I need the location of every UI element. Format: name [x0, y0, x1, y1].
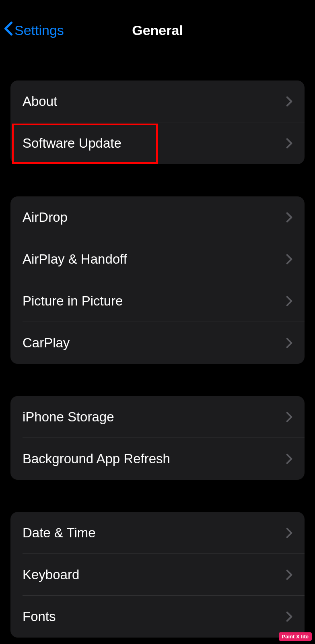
row-label: Picture in Picture [23, 293, 123, 309]
chevron-right-icon [286, 337, 292, 349]
row-date-time[interactable]: Date & Time [10, 512, 305, 554]
chevron-right-icon [286, 96, 292, 107]
settings-group: Date & TimeKeyboardFonts [10, 512, 305, 638]
back-button[interactable]: Settings [4, 21, 64, 39]
row-about[interactable]: About [10, 80, 305, 122]
row-label: Software Update [23, 136, 121, 151]
row-label: CarPlay [23, 335, 70, 351]
row-label: Background App Refresh [23, 451, 170, 466]
row-airdrop[interactable]: AirDrop [10, 196, 305, 238]
row-background-app-refresh[interactable]: Background App Refresh [10, 438, 305, 480]
row-label: About [23, 94, 57, 109]
chevron-right-icon [286, 453, 292, 464]
back-label: Settings [14, 23, 64, 38]
row-picture-in-picture[interactable]: Picture in Picture [10, 280, 305, 322]
row-label: Date & Time [23, 525, 96, 541]
row-label: Fonts [23, 609, 56, 624]
chevron-right-icon [286, 254, 292, 265]
navbar: Settings General [0, 12, 315, 48]
row-label: Keyboard [23, 567, 79, 582]
row-label: iPhone Storage [23, 409, 114, 425]
row-iphone-storage[interactable]: iPhone Storage [10, 396, 305, 438]
chevron-right-icon [286, 295, 292, 307]
row-software-update[interactable]: Software Update [10, 122, 305, 164]
chevron-right-icon [286, 212, 292, 223]
settings-group: AirDropAirPlay & HandoffPicture in Pictu… [10, 196, 305, 364]
chevron-right-icon [286, 569, 292, 580]
row-fonts[interactable]: Fonts [10, 596, 305, 638]
watermark-badge: Paint X lite [279, 632, 312, 641]
settings-content: AboutSoftware UpdateAirDropAirPlay & Han… [0, 80, 315, 638]
row-carplay[interactable]: CarPlay [10, 322, 305, 364]
row-label: AirPlay & Handoff [23, 252, 127, 267]
settings-group: iPhone StorageBackground App Refresh [10, 396, 305, 480]
row-label: AirDrop [23, 210, 68, 225]
chevron-right-icon [286, 138, 292, 149]
row-airplay-handoff[interactable]: AirPlay & Handoff [10, 238, 305, 280]
chevron-right-icon [286, 611, 292, 622]
settings-group: AboutSoftware Update [10, 80, 305, 164]
row-keyboard[interactable]: Keyboard [10, 554, 305, 596]
chevron-right-icon [286, 411, 292, 423]
chevron-left-icon [4, 21, 13, 39]
chevron-right-icon [286, 527, 292, 539]
